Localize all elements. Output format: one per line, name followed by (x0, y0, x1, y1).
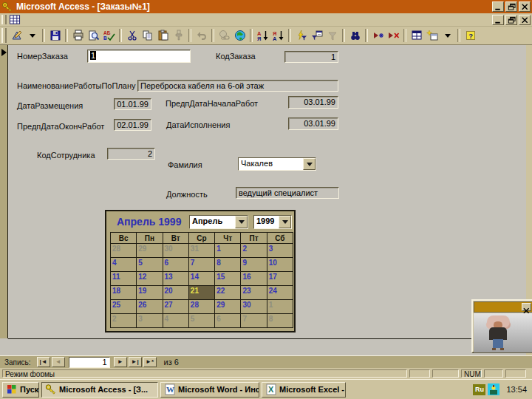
chevron-down-icon[interactable] (303, 158, 316, 170)
filter-by-selection-icon[interactable] (293, 28, 309, 43)
help-icon[interactable]: ? (463, 28, 478, 43)
restore-button[interactable] (505, 15, 517, 25)
planned-end-field[interactable]: 02.01.99 (114, 119, 151, 131)
employee-code-field[interactable]: 2 (107, 148, 155, 160)
calendar-day[interactable]: 12 (137, 272, 163, 286)
calendar-day[interactable]: 21 (188, 286, 214, 300)
save-icon[interactable] (47, 28, 63, 43)
insert-hyperlink-icon[interactable] (216, 28, 232, 43)
calendar-day[interactable]: 25 (111, 300, 137, 314)
record-number-input[interactable] (69, 357, 110, 368)
close-button[interactable] (519, 1, 531, 12)
calendar-day[interactable]: 6 (215, 314, 241, 328)
web-toolbar-icon[interactable] (232, 28, 248, 43)
previous-record-button[interactable]: ◄ (52, 357, 65, 367)
calendar-day[interactable]: 26 (137, 300, 163, 314)
calendar-day[interactable]: 3 (137, 314, 163, 328)
surname-combobox[interactable]: Чакалев (238, 157, 316, 171)
assistant-window-titlebar[interactable] (474, 301, 532, 313)
next-record-button[interactable]: ► (114, 357, 127, 367)
new-object-icon[interactable] (424, 28, 440, 43)
taskbar-button-access[interactable]: Microsoft Access - [З... (41, 382, 158, 398)
calendar-day[interactable]: 16 (241, 272, 267, 286)
calendar-day[interactable]: 30 (241, 300, 267, 314)
taskbar-button-excel[interactable]: XMicrosoft Excel - описа... (262, 382, 346, 398)
new-record-button[interactable]: ►* (143, 357, 157, 367)
form-view-icon[interactable] (9, 28, 24, 43)
sort-ascending-icon[interactable]: АЯ (255, 28, 270, 43)
find-icon[interactable] (347, 28, 363, 43)
calendar-day[interactable]: 3 (267, 244, 293, 258)
minimize-button[interactable] (492, 15, 504, 25)
month-combobox[interactable]: Апрель (189, 215, 248, 229)
calendar-day[interactable]: 1 (267, 300, 293, 314)
cut-icon[interactable] (124, 28, 140, 43)
calendar-day[interactable]: 5 (188, 314, 214, 328)
new-object-dropdown-icon[interactable] (440, 28, 455, 43)
order-code-field[interactable]: 1 (284, 51, 338, 63)
delete-record-icon[interactable] (386, 28, 401, 43)
taskbar-clock[interactable]: 13:54 (506, 385, 527, 394)
menu-grab-handle[interactable] (1, 15, 7, 25)
new-record-icon[interactable] (370, 28, 386, 43)
order-number-input[interactable]: 1 (87, 50, 191, 63)
calendar-day[interactable]: 10 (267, 258, 293, 272)
planned-start-field[interactable]: 03.01.99 (288, 96, 338, 109)
apply-filter-icon[interactable] (324, 28, 340, 43)
calendar-day[interactable]: 17 (267, 272, 293, 286)
record-selector-strip[interactable] (0, 45, 8, 338)
first-record-button[interactable]: |◄ (37, 357, 50, 367)
calendar-day[interactable]: 13 (163, 272, 188, 286)
taskbar-button-word[interactable]: WMicrosoft Word - Инстр... (160, 382, 259, 398)
calendar-day[interactable]: 27 (163, 300, 188, 314)
print-preview-icon[interactable] (86, 28, 101, 43)
database-window-icon[interactable] (409, 28, 424, 43)
tray-program-icon[interactable] (488, 383, 499, 395)
calendar-day[interactable]: 15 (215, 272, 241, 286)
calendar-day[interactable]: 9 (241, 258, 267, 272)
calendar-day[interactable]: 20 (163, 286, 188, 300)
filter-by-form-icon[interactable] (309, 28, 324, 43)
calendar-day[interactable]: 29 (137, 244, 163, 258)
format-painter-icon[interactable] (171, 28, 186, 43)
work-name-field[interactable]: Переброска кабеля на 6-ой этаж (137, 80, 338, 92)
calendar-day[interactable]: 22 (215, 286, 241, 300)
calendar-day[interactable]: 31 (188, 244, 214, 258)
calendar-day[interactable]: 7 (241, 314, 267, 328)
calendar-day[interactable]: 11 (111, 272, 137, 286)
form-view-dropdown-icon[interactable] (24, 28, 40, 43)
calendar-day[interactable]: 18 (111, 286, 137, 300)
calendar-day[interactable]: 24 (267, 286, 293, 300)
paste-icon[interactable] (155, 28, 171, 43)
calendar-day[interactable]: 28 (111, 244, 137, 258)
sort-descending-icon[interactable]: ЯА (270, 28, 286, 43)
calendar-day[interactable]: 28 (188, 300, 214, 314)
calendar-day[interactable]: 29 (215, 300, 241, 314)
calendar-day[interactable]: 30 (163, 244, 188, 258)
calendar-day[interactable]: 7 (188, 258, 214, 272)
calendar-day[interactable]: 2 (111, 314, 137, 328)
close-icon[interactable] (522, 303, 531, 311)
calendar-day[interactable]: 4 (111, 258, 137, 272)
calendar-day[interactable]: 5 (137, 258, 163, 272)
spelling-icon[interactable]: АБВ (101, 28, 117, 43)
chevron-down-icon[interactable] (235, 216, 248, 228)
toolbar-grab-handle[interactable] (1, 28, 7, 42)
close-button[interactable] (519, 15, 531, 25)
position-field[interactable]: ведущий специалист (236, 187, 339, 199)
calendar-day[interactable]: 8 (267, 314, 293, 328)
chevron-down-icon[interactable] (279, 216, 291, 228)
print-icon[interactable] (70, 28, 86, 43)
year-combobox[interactable]: 1999 (253, 215, 292, 229)
copy-icon[interactable] (140, 28, 155, 43)
calendar-day[interactable]: 14 (188, 272, 214, 286)
form-window-icon[interactable] (9, 14, 21, 25)
language-indicator[interactable]: Ru (473, 384, 485, 395)
calendar-day[interactable]: 2 (241, 244, 267, 258)
start-button[interactable]: Пуск (2, 382, 39, 398)
calendar-day[interactable]: 6 (163, 258, 188, 272)
placement-date-field[interactable]: 01.01.99 (114, 98, 151, 110)
calendar-day[interactable]: 19 (137, 286, 163, 300)
undo-icon[interactable] (194, 28, 209, 43)
restore-button[interactable] (505, 1, 517, 12)
